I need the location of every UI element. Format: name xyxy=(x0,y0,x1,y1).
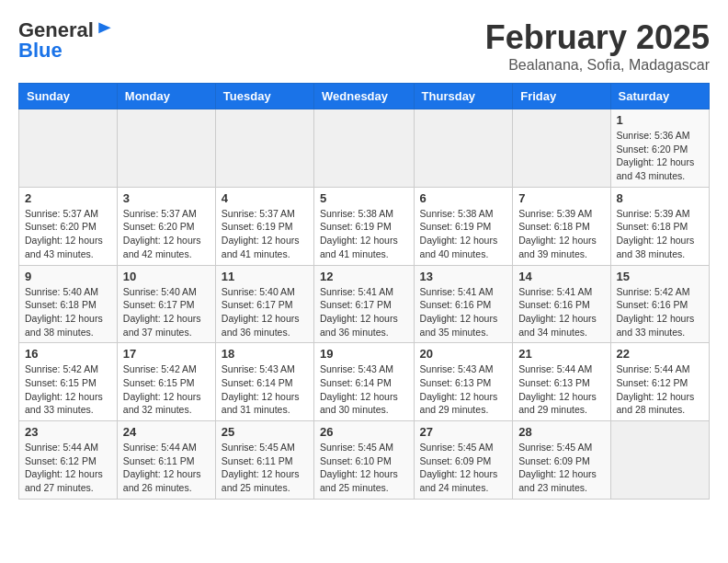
day-number: 23 xyxy=(25,425,111,439)
logo: General Blue xyxy=(18,18,114,63)
day-info: Sunrise: 5:45 AM Sunset: 6:09 PM Dayligh… xyxy=(420,441,507,495)
calendar-cell xyxy=(19,109,118,188)
location-title: Bealanana, Sofia, Madagascar xyxy=(485,57,710,74)
calendar-cell: 11Sunrise: 5:40 AM Sunset: 6:17 PM Dayli… xyxy=(215,265,313,343)
svg-marker-0 xyxy=(98,23,110,34)
calendar-cell xyxy=(215,109,313,188)
day-info: Sunrise: 5:43 AM Sunset: 6:13 PM Dayligh… xyxy=(420,362,507,417)
header-sunday: Sunday xyxy=(19,84,118,109)
calendar-cell: 18Sunrise: 5:43 AM Sunset: 6:14 PM Dayli… xyxy=(215,343,313,421)
day-number: 17 xyxy=(123,347,210,361)
day-info: Sunrise: 5:44 AM Sunset: 6:13 PM Dayligh… xyxy=(518,362,604,417)
day-number: 27 xyxy=(420,425,507,439)
day-number: 24 xyxy=(123,425,210,439)
calendar-cell: 14Sunrise: 5:41 AM Sunset: 6:16 PM Dayli… xyxy=(513,265,610,343)
calendar-cell: 3Sunrise: 5:37 AM Sunset: 6:20 PM Daylig… xyxy=(117,187,215,265)
calendar-cell: 26Sunrise: 5:45 AM Sunset: 6:10 PM Dayli… xyxy=(314,421,415,500)
logo-flag-icon xyxy=(96,20,114,39)
day-info: Sunrise: 5:43 AM Sunset: 6:14 PM Dayligh… xyxy=(222,362,308,417)
day-info: Sunrise: 5:41 AM Sunset: 6:16 PM Dayligh… xyxy=(518,285,604,339)
day-number: 28 xyxy=(518,425,604,439)
day-number: 13 xyxy=(420,270,507,283)
day-number: 19 xyxy=(320,347,408,361)
calendar-cell: 4Sunrise: 5:37 AM Sunset: 6:19 PM Daylig… xyxy=(215,187,313,265)
day-info: Sunrise: 5:40 AM Sunset: 6:17 PM Dayligh… xyxy=(222,285,308,339)
calendar-cell: 28Sunrise: 5:45 AM Sunset: 6:09 PM Dayli… xyxy=(513,421,610,500)
day-info: Sunrise: 5:44 AM Sunset: 6:11 PM Dayligh… xyxy=(123,441,210,495)
day-info: Sunrise: 5:39 AM Sunset: 6:18 PM Dayligh… xyxy=(617,207,703,261)
day-info: Sunrise: 5:45 AM Sunset: 6:09 PM Dayligh… xyxy=(518,441,604,495)
calendar-cell: 17Sunrise: 5:42 AM Sunset: 6:15 PM Dayli… xyxy=(117,343,215,421)
day-info: Sunrise: 5:39 AM Sunset: 6:18 PM Dayligh… xyxy=(518,207,604,261)
calendar-week-5: 23Sunrise: 5:44 AM Sunset: 6:12 PM Dayli… xyxy=(19,421,710,500)
title-block: February 2025 Bealanana, Sofia, Madagasc… xyxy=(485,18,710,74)
day-number: 10 xyxy=(123,270,210,283)
calendar-cell: 9Sunrise: 5:40 AM Sunset: 6:18 PM Daylig… xyxy=(19,265,118,343)
calendar-cell: 24Sunrise: 5:44 AM Sunset: 6:11 PM Dayli… xyxy=(117,421,215,500)
calendar-cell: 8Sunrise: 5:39 AM Sunset: 6:18 PM Daylig… xyxy=(610,187,709,265)
weekday-header-row: Sunday Monday Tuesday Wednesday Thursday… xyxy=(19,84,710,109)
calendar-cell: 19Sunrise: 5:43 AM Sunset: 6:14 PM Dayli… xyxy=(314,343,415,421)
header-friday: Friday xyxy=(513,84,610,109)
calendar-cell xyxy=(314,109,415,188)
calendar-cell: 6Sunrise: 5:38 AM Sunset: 6:19 PM Daylig… xyxy=(414,187,513,265)
calendar-week-3: 9Sunrise: 5:40 AM Sunset: 6:18 PM Daylig… xyxy=(19,265,710,343)
calendar-cell: 22Sunrise: 5:44 AM Sunset: 6:12 PM Dayli… xyxy=(610,343,709,421)
calendar-cell xyxy=(513,109,610,188)
day-info: Sunrise: 5:41 AM Sunset: 6:17 PM Dayligh… xyxy=(320,285,408,339)
day-info: Sunrise: 5:40 AM Sunset: 6:18 PM Dayligh… xyxy=(25,285,111,339)
calendar-cell: 20Sunrise: 5:43 AM Sunset: 6:13 PM Dayli… xyxy=(414,343,513,421)
day-number: 11 xyxy=(222,270,308,283)
day-info: Sunrise: 5:37 AM Sunset: 6:20 PM Dayligh… xyxy=(25,207,111,261)
header-tuesday: Tuesday xyxy=(215,84,313,109)
calendar-cell xyxy=(414,109,513,188)
day-number: 1 xyxy=(617,113,703,127)
calendar-week-4: 16Sunrise: 5:42 AM Sunset: 6:15 PM Dayli… xyxy=(19,343,710,421)
day-number: 16 xyxy=(25,347,111,361)
calendar-cell: 5Sunrise: 5:38 AM Sunset: 6:19 PM Daylig… xyxy=(314,187,415,265)
page-header: General Blue February 2025 Bealanana, So… xyxy=(18,18,710,74)
header-thursday: Thursday xyxy=(414,84,513,109)
day-info: Sunrise: 5:42 AM Sunset: 6:16 PM Dayligh… xyxy=(617,285,703,339)
day-number: 18 xyxy=(222,347,308,361)
day-info: Sunrise: 5:44 AM Sunset: 6:12 PM Dayligh… xyxy=(617,362,703,417)
calendar-cell: 23Sunrise: 5:44 AM Sunset: 6:12 PM Dayli… xyxy=(19,421,118,500)
calendar-cell: 12Sunrise: 5:41 AM Sunset: 6:17 PM Dayli… xyxy=(314,265,415,343)
day-info: Sunrise: 5:37 AM Sunset: 6:19 PM Dayligh… xyxy=(222,207,308,261)
day-number: 25 xyxy=(222,425,308,439)
calendar-cell: 25Sunrise: 5:45 AM Sunset: 6:11 PM Dayli… xyxy=(215,421,313,500)
calendar-cell: 7Sunrise: 5:39 AM Sunset: 6:18 PM Daylig… xyxy=(513,187,610,265)
day-number: 26 xyxy=(320,425,408,439)
month-title: February 2025 xyxy=(485,18,710,57)
calendar-cell: 15Sunrise: 5:42 AM Sunset: 6:16 PM Dayli… xyxy=(610,265,709,343)
day-info: Sunrise: 5:42 AM Sunset: 6:15 PM Dayligh… xyxy=(25,362,111,417)
day-number: 14 xyxy=(518,270,604,283)
day-info: Sunrise: 5:45 AM Sunset: 6:10 PM Dayligh… xyxy=(320,441,408,495)
calendar-cell xyxy=(117,109,215,188)
day-number: 2 xyxy=(25,191,111,205)
day-info: Sunrise: 5:38 AM Sunset: 6:19 PM Dayligh… xyxy=(420,207,507,261)
calendar-cell: 16Sunrise: 5:42 AM Sunset: 6:15 PM Dayli… xyxy=(19,343,118,421)
day-info: Sunrise: 5:44 AM Sunset: 6:12 PM Dayligh… xyxy=(25,441,111,495)
day-number: 15 xyxy=(617,270,703,283)
day-info: Sunrise: 5:45 AM Sunset: 6:11 PM Dayligh… xyxy=(222,441,308,495)
day-number: 6 xyxy=(420,191,507,205)
day-info: Sunrise: 5:43 AM Sunset: 6:14 PM Dayligh… xyxy=(320,362,408,417)
calendar-cell: 10Sunrise: 5:40 AM Sunset: 6:17 PM Dayli… xyxy=(117,265,215,343)
calendar-cell: 21Sunrise: 5:44 AM Sunset: 6:13 PM Dayli… xyxy=(513,343,610,421)
day-info: Sunrise: 5:38 AM Sunset: 6:19 PM Dayligh… xyxy=(320,207,408,261)
day-number: 5 xyxy=(320,191,408,205)
day-number: 3 xyxy=(123,191,210,205)
header-wednesday: Wednesday xyxy=(314,84,415,109)
day-info: Sunrise: 5:42 AM Sunset: 6:15 PM Dayligh… xyxy=(123,362,210,417)
day-info: Sunrise: 5:41 AM Sunset: 6:16 PM Dayligh… xyxy=(420,285,507,339)
day-number: 9 xyxy=(25,270,111,283)
calendar-cell: 2Sunrise: 5:37 AM Sunset: 6:20 PM Daylig… xyxy=(19,187,118,265)
calendar-cell: 1Sunrise: 5:36 AM Sunset: 6:20 PM Daylig… xyxy=(610,109,709,188)
calendar-table: Sunday Monday Tuesday Wednesday Thursday… xyxy=(18,83,710,500)
day-info: Sunrise: 5:40 AM Sunset: 6:17 PM Dayligh… xyxy=(123,285,210,339)
calendar-cell: 27Sunrise: 5:45 AM Sunset: 6:09 PM Dayli… xyxy=(414,421,513,500)
calendar-cell: 13Sunrise: 5:41 AM Sunset: 6:16 PM Dayli… xyxy=(414,265,513,343)
day-info: Sunrise: 5:37 AM Sunset: 6:20 PM Dayligh… xyxy=(123,207,210,261)
day-number: 21 xyxy=(518,347,604,361)
